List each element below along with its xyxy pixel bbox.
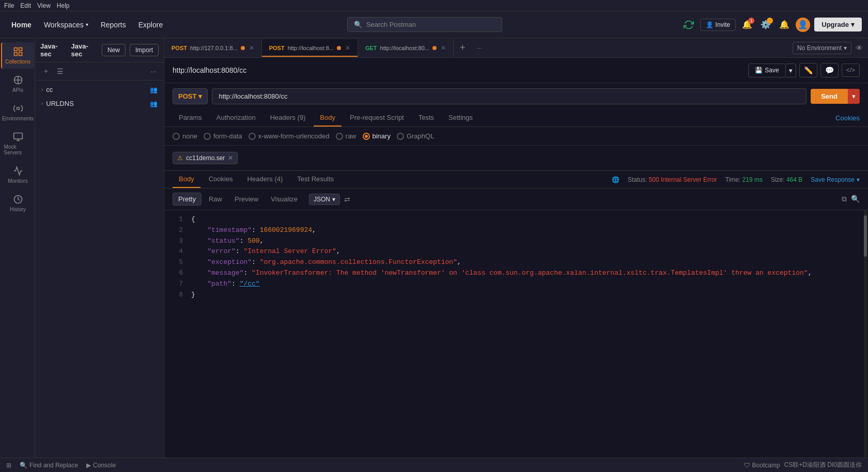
tab-authorization[interactable]: Authorization bbox=[210, 109, 262, 127]
remove-file-button[interactable]: ✕ bbox=[228, 154, 233, 162]
workspace-name: Java-sec bbox=[40, 42, 67, 58]
menu-file[interactable]: File bbox=[4, 2, 14, 9]
edit-icon[interactable]: ✏️ bbox=[799, 63, 817, 77]
scrollbar-track[interactable] bbox=[864, 210, 867, 458]
new-button[interactable]: New bbox=[102, 44, 126, 56]
method-chevron-icon: ▾ bbox=[198, 92, 202, 100]
sidebar-item-history[interactable]: History bbox=[1, 190, 34, 216]
import-button[interactable]: Import bbox=[130, 44, 159, 56]
body-raw[interactable]: raw bbox=[336, 132, 357, 140]
notifications-icon[interactable]: 🔔 1 bbox=[740, 18, 754, 32]
time-label: Time: 219 ms bbox=[725, 176, 763, 183]
find-replace-button[interactable]: 🔍 Find and Replace bbox=[20, 462, 78, 469]
response-area: Body Cookies Headers (4) Test Results 🌐 … bbox=[164, 171, 868, 458]
method-select[interactable]: POST ▾ bbox=[173, 88, 208, 104]
view-tab-preview[interactable]: Preview bbox=[229, 193, 264, 205]
settings-badge bbox=[767, 18, 773, 24]
tab-post-2[interactable]: POST http://localhost:8... ✕ bbox=[262, 39, 358, 57]
tab-close-1[interactable]: ✕ bbox=[249, 44, 254, 52]
collection-item-urldns[interactable]: › URLDNS 👥 bbox=[35, 97, 164, 111]
nav-explore[interactable]: Explore bbox=[133, 18, 168, 32]
search-bottom-icon: 🔍 bbox=[20, 462, 27, 469]
url-input[interactable] bbox=[212, 88, 807, 104]
settings-icon[interactable]: ⚙️ bbox=[758, 18, 773, 32]
sync-icon[interactable] bbox=[681, 18, 696, 32]
copy-icon[interactable]: ⧉ bbox=[842, 195, 847, 203]
tab-get-1[interactable]: GET http://localhost:80... ✕ bbox=[358, 39, 454, 57]
alert-icon[interactable]: 🔔 bbox=[777, 18, 792, 32]
tab-headers[interactable]: Headers (9) bbox=[264, 109, 312, 127]
environment-select[interactable]: No Environment ▾ bbox=[793, 42, 851, 54]
body-form-data[interactable]: form-data bbox=[204, 132, 242, 140]
environments-label: Environments bbox=[2, 116, 34, 121]
console-button[interactable]: ▶ Console bbox=[86, 462, 116, 469]
sidebar-item-mock-servers[interactable]: Mock Servers bbox=[1, 128, 34, 160]
sidebar-item-environments[interactable]: Environments bbox=[1, 99, 34, 125]
tab-params[interactable]: Params bbox=[173, 109, 208, 127]
collection-item-cc[interactable]: › cc 👥 bbox=[35, 83, 164, 97]
method-value: POST bbox=[178, 92, 196, 100]
resp-tab-headers[interactable]: Headers (4) bbox=[241, 171, 289, 188]
menubar: File Edit View Help bbox=[0, 0, 868, 11]
menu-edit[interactable]: Edit bbox=[20, 2, 31, 9]
view-tab-pretty[interactable]: Pretty bbox=[173, 193, 202, 206]
tab-tests[interactable]: Tests bbox=[412, 109, 440, 127]
svg-rect-2 bbox=[19, 53, 22, 56]
add-collection-button[interactable]: ＋ bbox=[40, 66, 52, 77]
resp-tab-cookies[interactable]: Cookies bbox=[203, 171, 239, 188]
tab-prerequest[interactable]: Pre-request Script bbox=[344, 109, 410, 127]
filter-button[interactable]: ☰ bbox=[55, 66, 66, 76]
nav-home[interactable]: Home bbox=[6, 18, 37, 32]
send-dropdown-button[interactable]: ▾ bbox=[848, 89, 860, 104]
body-none[interactable]: none bbox=[173, 132, 197, 140]
more-options-button[interactable]: ··· bbox=[148, 66, 159, 76]
save-response-button[interactable]: Save Response ▾ bbox=[811, 176, 860, 183]
avatar[interactable]: 👤 bbox=[796, 18, 810, 32]
file-tag: ⚠ cc11demo.ser ✕ bbox=[173, 152, 238, 164]
save-dropdown-button[interactable]: ▾ bbox=[786, 64, 796, 77]
line-number-6: 6 bbox=[173, 268, 183, 279]
body-binary[interactable]: binary bbox=[363, 132, 391, 140]
tab-method-get-1: GET bbox=[365, 45, 377, 51]
tab-post-1[interactable]: POST http://127.0.0.1:8... ✕ bbox=[164, 39, 262, 57]
resp-tab-body[interactable]: Body bbox=[173, 171, 200, 188]
comment-icon[interactable]: 💬 bbox=[820, 63, 839, 77]
invite-button[interactable]: 👤 Invite bbox=[700, 19, 736, 31]
save-button[interactable]: 💾 Save bbox=[748, 64, 785, 77]
toggle-sidebar-button[interactable]: ⊞ bbox=[6, 462, 11, 469]
chevron-down-icon: ▾ bbox=[857, 176, 860, 183]
tab-url-2: http://localhost:8... bbox=[288, 45, 334, 51]
more-tabs-button[interactable]: ··· bbox=[471, 40, 487, 56]
cookies-link[interactable]: Cookies bbox=[835, 114, 860, 122]
view-tab-visualize[interactable]: Visualize bbox=[266, 193, 303, 205]
menu-view[interactable]: View bbox=[37, 2, 51, 9]
code-button[interactable]: </> bbox=[842, 64, 860, 77]
sidebar-item-collections[interactable]: Collections bbox=[1, 42, 34, 69]
upgrade-button[interactable]: Upgrade ▾ bbox=[814, 18, 862, 32]
scrollbar-thumb[interactable] bbox=[864, 215, 867, 257]
nav-reports[interactable]: Reports bbox=[96, 18, 131, 32]
body-graphql[interactable]: GraphQL bbox=[397, 132, 434, 140]
send-button[interactable]: Send bbox=[811, 89, 848, 104]
tab-close-3[interactable]: ✕ bbox=[441, 44, 446, 52]
filter-icon[interactable]: ⇄ bbox=[344, 195, 350, 203]
nav-workspaces[interactable]: Workspaces ▾ bbox=[39, 18, 94, 32]
shared-icon: 👥 bbox=[150, 86, 158, 93]
menu-help[interactable]: Help bbox=[57, 2, 70, 9]
search-response-icon[interactable]: 🔍 bbox=[851, 195, 860, 203]
tab-body[interactable]: Body bbox=[314, 109, 342, 127]
body-urlencoded[interactable]: x-www-form-urlencoded bbox=[249, 132, 330, 140]
resp-tab-test-results[interactable]: Test Results bbox=[291, 171, 340, 188]
sidebar-item-apis[interactable]: APIs bbox=[1, 71, 34, 97]
tab-settings[interactable]: Settings bbox=[442, 109, 479, 127]
radio-form-data-icon bbox=[204, 133, 211, 140]
collections-toolbar: ＋ ☰ ··· bbox=[35, 62, 164, 81]
search-input[interactable]: 🔍 Search Postman bbox=[347, 17, 502, 32]
tab-close-2[interactable]: ✕ bbox=[345, 44, 350, 52]
tab-dot-2 bbox=[337, 46, 341, 50]
view-tab-raw[interactable]: Raw bbox=[204, 193, 227, 205]
eye-icon[interactable]: 👁 bbox=[856, 44, 863, 52]
sidebar-item-monitors[interactable]: Monitors bbox=[1, 162, 34, 188]
format-select[interactable]: JSON ▾ bbox=[309, 194, 340, 205]
add-tab-button[interactable]: + bbox=[454, 38, 472, 57]
